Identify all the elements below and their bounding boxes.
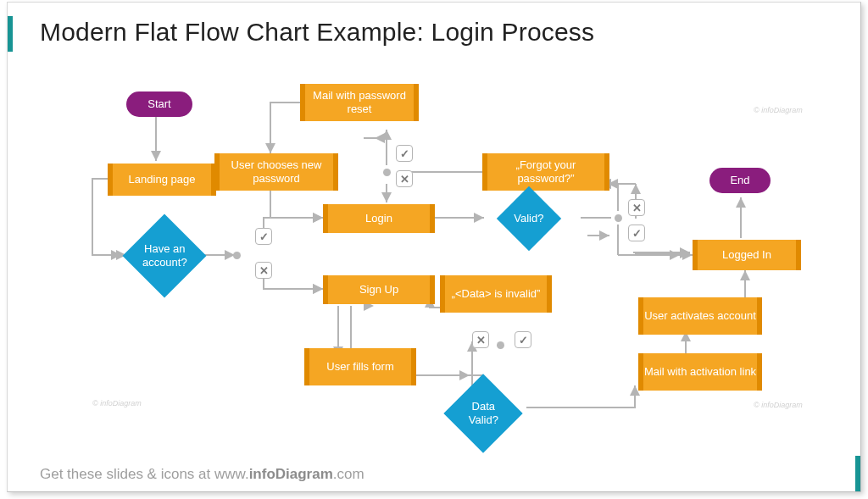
footer-caption: Get these slides & icons at www.infoDiag… (40, 466, 364, 483)
no-icon: ✕ (255, 262, 272, 279)
branch-dot (233, 252, 241, 259)
footer-domain-bold: infoDiagram (249, 466, 333, 482)
process-data-invalid-label: „<Data> is invalid” (452, 287, 541, 301)
process-activate-label: User activates account (644, 309, 756, 323)
footer-domain-pre: www. (214, 466, 249, 482)
branch-dot (615, 214, 622, 222)
decision-have-account: Have an account? (123, 214, 207, 298)
process-data-invalid: „<Data> is invalid” (440, 275, 552, 313)
process-logged-in-label: Logged In (722, 248, 771, 262)
process-login-label: Login (365, 212, 392, 225)
process-mail-reset-label: Mail with password reset (305, 89, 414, 115)
process-landing-label: Landing page (129, 173, 196, 186)
terminal-start: Start (126, 91, 192, 117)
process-landing: Landing page (108, 164, 216, 196)
yes-icon: ✓ (255, 228, 272, 245)
process-mail-activation-label: Mail with activation link (644, 365, 756, 379)
process-signup-label: Sign Up (359, 283, 398, 297)
watermark: © infoDiagram (92, 399, 142, 408)
no-icon: ✕ (396, 170, 413, 187)
process-forgot-password-label: „Forgot your password?” (487, 158, 604, 185)
branch-dot (383, 169, 391, 176)
footer-domain-suf: .com (333, 466, 364, 482)
process-mail-activation: Mail with activation link (638, 353, 762, 391)
process-signup: Sign Up (323, 275, 435, 304)
decision-valid: Valid? (497, 186, 561, 251)
terminal-start-label: Start (147, 97, 170, 111)
watermark: © infoDiagram (754, 401, 803, 409)
process-fills-form-label: User fills form (326, 360, 393, 374)
process-forgot-password: „Forgot your password?” (482, 153, 609, 191)
process-login: Login (323, 204, 435, 233)
process-activate: User activates account (638, 297, 762, 335)
decision-valid-label: Valid? (514, 212, 543, 225)
footer-text: Get these slides & icons at (40, 466, 214, 482)
process-new-password: User chooses new password (214, 153, 338, 191)
terminal-end-label: End (730, 174, 749, 187)
process-fills-form: User fills form (304, 348, 416, 385)
decision-data-valid: Data Valid? (443, 374, 522, 452)
watermark: © infoDiagram (754, 106, 803, 114)
no-icon: ✕ (472, 331, 489, 348)
process-mail-reset: Mail with password reset (300, 84, 419, 121)
process-logged-in: Logged In (693, 240, 801, 270)
decision-data-valid-label: Data Valid? (455, 400, 511, 426)
decision-have-account-label: Have an account? (135, 242, 194, 269)
slide-frame: Modern Flat Flow Chart Example: Login Pr… (7, 2, 861, 492)
yes-icon: ✓ (396, 145, 413, 162)
terminal-end: End (709, 168, 771, 193)
yes-icon: ✓ (628, 225, 645, 241)
process-new-password-label: User chooses new password (220, 158, 333, 185)
no-icon: ✕ (628, 199, 645, 216)
yes-icon: ✓ (515, 331, 531, 348)
flowchart-canvas: Start End Landing page Mail with passwor… (8, 3, 860, 491)
branch-dot (497, 341, 504, 349)
